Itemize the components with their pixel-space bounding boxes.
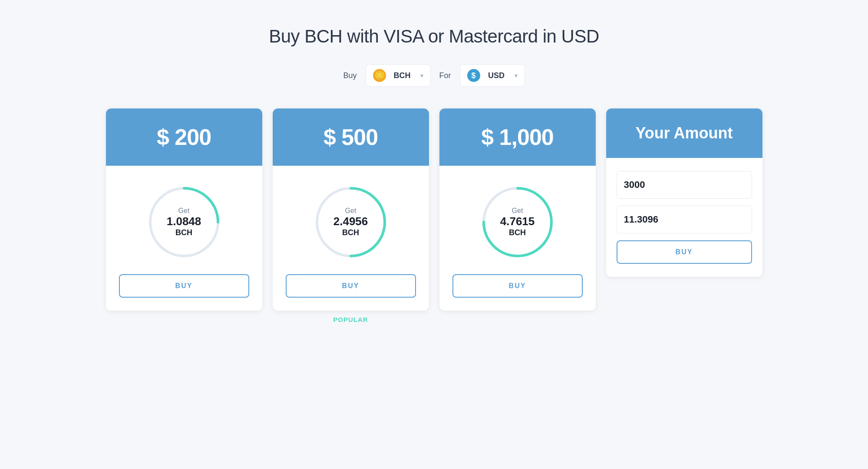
your-amount-header: Your Amount bbox=[606, 108, 762, 158]
for-label: For bbox=[439, 71, 451, 80]
selector-row: Buy 🪙 BCH ▾ For $ USD ▾ bbox=[343, 64, 525, 87]
card-200-buy-button[interactable]: BUY bbox=[119, 274, 249, 298]
card-1000-circle-text: Get 4.7615 BCH bbox=[500, 207, 535, 237]
card-500-buy-button[interactable]: BUY bbox=[286, 274, 416, 298]
fiat-dropdown[interactable]: $ USD ▾ bbox=[460, 64, 525, 87]
card-200-header: $ 200 bbox=[106, 108, 262, 166]
fiat-chevron-icon: ▾ bbox=[515, 72, 518, 79]
popular-badge: POPULAR bbox=[333, 311, 368, 325]
card-200-body: Get 1.0848 BCH BUY bbox=[106, 166, 262, 311]
page-title: Buy BCH with VISA or Mastercard in USD bbox=[269, 26, 599, 47]
your-amount-buy-button[interactable]: BUY bbox=[617, 240, 752, 264]
card-500-get-label: Get bbox=[333, 207, 368, 215]
card-200-bch-label: BCH bbox=[167, 228, 201, 237]
card-500-wrapper: $ 500 Get 2.4956 BCH BUY POPULAR bbox=[273, 108, 429, 325]
card-500-bch-label: BCH bbox=[333, 228, 368, 237]
bch-input[interactable] bbox=[617, 206, 752, 233]
bch-input-row: BCH bbox=[617, 206, 752, 233]
your-amount-card: Your Amount USD BCH BUY bbox=[606, 108, 762, 277]
crypto-symbol: BCH bbox=[394, 71, 411, 80]
crypto-chevron-icon: ▾ bbox=[420, 72, 423, 79]
card-500-circle: Get 2.4956 BCH bbox=[312, 183, 390, 261]
cards-row: $ 200 Get 1.0848 BCH BUY $ 500 bbox=[106, 108, 762, 325]
card-500: $ 500 Get 2.4956 BCH BUY bbox=[273, 108, 429, 311]
card-500-circle-text: Get 2.4956 BCH bbox=[333, 207, 368, 237]
usd-input[interactable] bbox=[617, 171, 752, 198]
bch-icon: 🪙 bbox=[373, 69, 386, 82]
fiat-symbol: USD bbox=[488, 71, 505, 80]
card-200-get-label: Get bbox=[167, 207, 201, 215]
card-200-circle-text: Get 1.0848 BCH bbox=[167, 207, 201, 237]
card-200-bch-amount: 1.0848 bbox=[167, 215, 201, 228]
card-500-amount: $ 500 bbox=[323, 125, 378, 150]
card-1000-get-label: Get bbox=[500, 207, 535, 215]
card-1000-buy-button[interactable]: BUY bbox=[452, 274, 583, 298]
card-500-header: $ 500 bbox=[273, 108, 429, 166]
card-1000-body: Get 4.7615 BCH BUY bbox=[439, 166, 596, 311]
buy-label: Buy bbox=[343, 71, 356, 80]
card-500-bch-amount: 2.4956 bbox=[333, 215, 368, 228]
your-amount-title: Your Amount bbox=[636, 124, 733, 142]
card-1000-circle: Get 4.7615 BCH bbox=[479, 183, 557, 261]
usd-icon: $ bbox=[467, 69, 480, 82]
card-1000-bch-label: BCH bbox=[500, 228, 535, 237]
crypto-dropdown[interactable]: 🪙 BCH ▾ bbox=[366, 64, 431, 87]
card-200: $ 200 Get 1.0848 BCH BUY bbox=[106, 108, 262, 311]
card-200-amount: $ 200 bbox=[157, 125, 211, 150]
card-1000-amount: $ 1,000 bbox=[481, 125, 554, 150]
card-1000-header: $ 1,000 bbox=[439, 108, 596, 166]
card-1000-bch-amount: 4.7615 bbox=[500, 215, 535, 228]
your-amount-body: USD BCH BUY bbox=[606, 158, 762, 277]
card-500-body: Get 2.4956 BCH BUY bbox=[273, 166, 429, 311]
card-1000: $ 1,000 Get 4.7615 BCH BUY bbox=[439, 108, 596, 311]
usd-input-row: USD bbox=[617, 171, 752, 199]
card-200-circle: Get 1.0848 BCH bbox=[145, 183, 223, 261]
